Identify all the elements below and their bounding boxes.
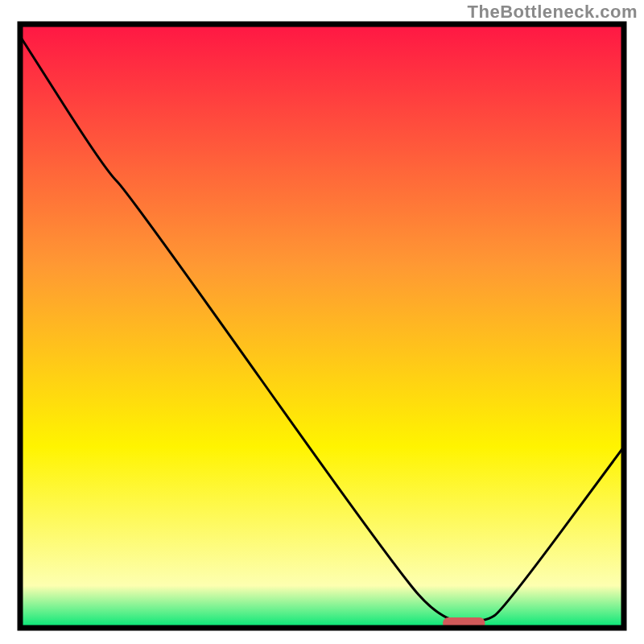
bottleneck-chart	[0, 0, 644, 644]
gradient-background	[20, 24, 624, 628]
watermark-text: TheBottleneck.com	[468, 2, 638, 23]
chart-container: { "watermark": "TheBottleneck.com", "col…	[0, 0, 644, 644]
